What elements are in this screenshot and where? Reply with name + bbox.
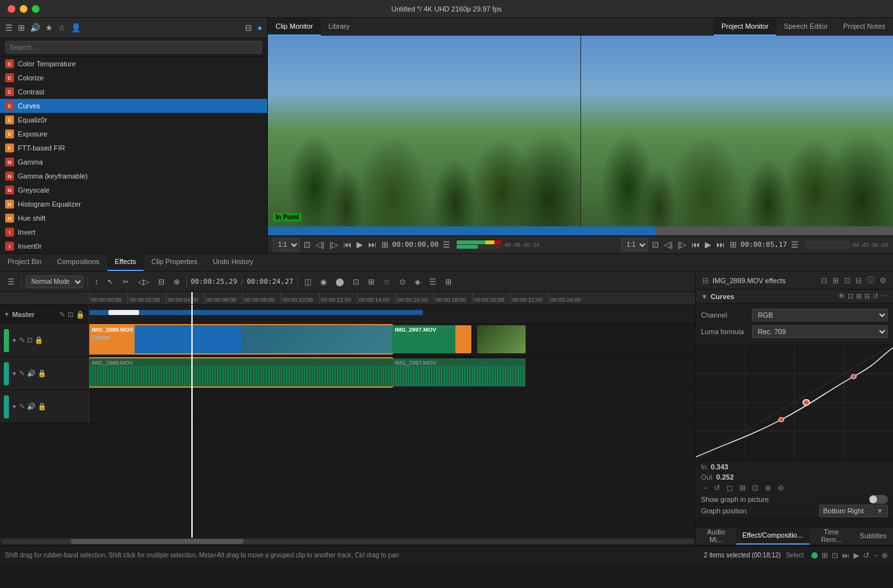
tl-extra-btn[interactable]: ⊞: [365, 276, 377, 288]
channel-select[interactable]: RGB: [752, 309, 888, 321]
tl-resize-btn[interactable]: ⊟: [156, 276, 167, 288]
tl-split-btn[interactable]: ⊡: [350, 276, 362, 288]
proj-list-icon[interactable]: ☰: [790, 240, 800, 249]
tab-clip-monitor[interactable]: Clip Monitor: [268, 18, 321, 36]
ep-info-icon[interactable]: ⓘ: [866, 275, 876, 286]
effect-item-colorize[interactable]: CColorize: [0, 71, 267, 85]
clip-img2997-thumb[interactable]: [477, 325, 526, 353]
clip-fit-icon[interactable]: ⊡: [302, 240, 312, 249]
filter-icon[interactable]: ⊟: [245, 23, 252, 33]
curve-point-1[interactable]: [779, 417, 784, 422]
sb-grid-btn[interactable]: ⊞: [822, 551, 828, 560]
tl-list-btn[interactable]: ☰: [427, 276, 439, 288]
close-button[interactable]: [8, 5, 15, 13]
proj-zoom-select[interactable]: 1:1: [621, 239, 648, 251]
effect-item-hue-shift[interactable]: HHue shift: [0, 211, 267, 225]
effect-item-gamma[interactable]: GGamma: [0, 155, 267, 169]
tab-project-notes[interactable]: Project Notes: [836, 18, 893, 36]
curves-copy-icon[interactable]: ⊡: [848, 292, 853, 300]
master-lock-icon[interactable]: 🔒: [76, 311, 85, 319]
a2-audio-icon[interactable]: 🔊: [27, 402, 36, 411]
v1-pencil-icon[interactable]: ✎: [19, 336, 25, 344]
tab-compositions[interactable]: Compositions: [49, 253, 107, 271]
tl-mode-select[interactable]: Normal Mode: [26, 276, 84, 288]
tl-magnet-btn[interactable]: ◉: [318, 276, 329, 288]
proj-fit-icon[interactable]: ⊡: [651, 240, 660, 249]
proj-prev-icon[interactable]: ⏮: [690, 240, 701, 249]
maximize-button[interactable]: [32, 5, 40, 13]
effect-item-curves[interactable]: CCurves: [0, 99, 267, 113]
menu-icon[interactable]: ☰: [5, 23, 13, 33]
ep-delete-icon[interactable]: ⊟: [854, 276, 863, 285]
effect-item-histogram-equalizer[interactable]: HHistogram Equalizer: [0, 197, 267, 211]
playhead[interactable]: [191, 292, 193, 304]
minimize-button[interactable]: [20, 5, 27, 13]
ct-reset-btn[interactable]: ↺: [712, 483, 722, 492]
user-icon[interactable]: 👤: [71, 23, 81, 33]
star-icon[interactable]: ★: [45, 23, 53, 33]
curve-point-active[interactable]: [803, 400, 809, 406]
curves-eye-icon[interactable]: 👁: [838, 292, 845, 300]
effect-item-contrast[interactable]: CContrast: [0, 85, 267, 99]
clip-in-icon[interactable]: ◁|: [314, 240, 325, 249]
curves-more-icon[interactable]: ⋯: [881, 292, 888, 300]
effect-item-greyscale[interactable]: GGreyscale: [0, 183, 267, 197]
master-save-icon[interactable]: ⊡: [68, 311, 73, 319]
curves-delete-icon[interactable]: ⊟: [864, 292, 870, 300]
tab-speech-editor[interactable]: Speech Editor: [776, 18, 836, 36]
proj-next-icon[interactable]: ⏭: [715, 240, 726, 249]
show-graph-toggle[interactable]: [869, 495, 888, 504]
clip-prev-icon[interactable]: ⏮: [342, 240, 353, 249]
clip-img2997-video[interactable]: IMG_2997.MOV: [392, 325, 471, 353]
ct-fit-icon[interactable]: ⊡: [750, 483, 760, 492]
curves-reset-icon[interactable]: ↺: [873, 292, 878, 300]
proj-out-icon[interactable]: |▷: [677, 240, 688, 249]
ct-zoom-out-icon[interactable]: ⊖: [776, 483, 786, 492]
ct-white-icon[interactable]: ◻: [725, 483, 735, 492]
tab-library[interactable]: Library: [321, 18, 358, 36]
tl-color-btn[interactable]: ⬤: [333, 276, 346, 288]
a1-pencil-icon[interactable]: ✎: [19, 369, 25, 378]
tl-snap-btn[interactable]: ◫: [302, 276, 314, 288]
clip-list-icon[interactable]: ☰: [441, 240, 452, 249]
tl-razor-btn[interactable]: ⊕: [171, 276, 182, 288]
tl-lift-btn[interactable]: ↕: [92, 276, 101, 288]
effect-item-color-temperature[interactable]: CColor Temperature: [0, 57, 267, 71]
tl-star-btn[interactable]: ☆: [381, 276, 393, 288]
effect-item-exposure[interactable]: EExposure: [0, 127, 267, 141]
clip-out-icon[interactable]: |▷: [328, 240, 339, 249]
effect-item-gamma-(keyframable)[interactable]: GGamma (keyframable): [0, 169, 267, 183]
clip-loop-icon[interactable]: ⊞: [380, 240, 390, 249]
master-pencil-icon[interactable]: ✎: [59, 311, 65, 319]
tl-composite-btn[interactable]: ◈: [412, 276, 423, 288]
a1-lock-icon[interactable]: 🔒: [38, 369, 47, 378]
a2-lock-icon[interactable]: 🔒: [38, 402, 47, 411]
effect-item-equaliz0r[interactable]: EEqualiz0r: [0, 113, 267, 127]
sb-play-btn[interactable]: ▶: [853, 551, 859, 560]
curve-point-2[interactable]: [851, 374, 856, 379]
star2-icon[interactable]: ☆: [58, 23, 66, 33]
tl-cut-btn[interactable]: ✂: [120, 276, 131, 288]
clip-zoom-select[interactable]: 1:1: [273, 239, 300, 251]
ep-collapse-icon[interactable]: ⊟: [701, 276, 710, 285]
a1-audio-icon[interactable]: 🔊: [27, 369, 36, 378]
sb-zoom-btn[interactable]: ⊕: [882, 551, 888, 560]
sb-loop-btn[interactable]: ↺: [863, 551, 869, 560]
ct-minus-btn[interactable]: −: [701, 483, 709, 492]
clip-play-icon[interactable]: ▶: [355, 240, 364, 249]
tab-effects[interactable]: Effects: [107, 253, 144, 271]
tab-undo-history[interactable]: Undo History: [205, 253, 261, 271]
curves-collapse-icon[interactable]: ▼: [701, 293, 708, 300]
btab-effect-comp[interactable]: Effect/Compositio...: [736, 527, 809, 545]
curves-graph[interactable]: [696, 345, 893, 460]
tab-clip-properties[interactable]: Clip Properties: [144, 253, 205, 271]
audio-clip2[interactable]: IMG_2997.MOV: [392, 358, 526, 386]
tl-bookmark-btn[interactable]: ⊙: [397, 276, 408, 288]
a2-pencil-icon[interactable]: ✎: [19, 402, 25, 411]
btab-audio-mix[interactable]: Audio Mi...: [696, 527, 736, 545]
proj-fullscreen-icon[interactable]: ⊞: [728, 240, 738, 249]
effect-item-ftt-based-fir[interactable]: FFTT-based FIR: [0, 141, 267, 155]
effect-item-invert[interactable]: IInvert: [0, 225, 267, 239]
tl-panel-btn[interactable]: ⊞: [443, 276, 454, 288]
ct-grid-icon[interactable]: ⊞: [737, 483, 748, 492]
